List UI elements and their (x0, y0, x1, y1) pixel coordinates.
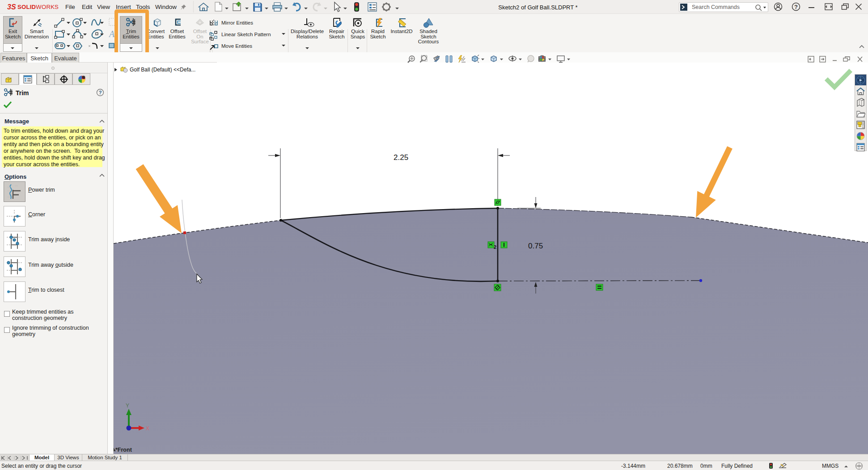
svg-text:?: ? (794, 4, 798, 10)
svg-text:A: A (108, 29, 115, 39)
svg-text:0.75: 0.75 (528, 242, 543, 250)
svg-text:X: X (146, 425, 149, 432)
svg-text:Y: Y (126, 403, 129, 409)
svg-text:2: 2 (494, 244, 496, 250)
svg-text:3S: 3S (7, 3, 16, 11)
svg-text:?: ? (99, 90, 102, 95)
svg-text:2.25: 2.25 (394, 153, 408, 162)
svg-text:SOLIDWORKS: SOLIDWORKS (17, 4, 59, 10)
svg-text:*Front: *Front (115, 447, 132, 453)
